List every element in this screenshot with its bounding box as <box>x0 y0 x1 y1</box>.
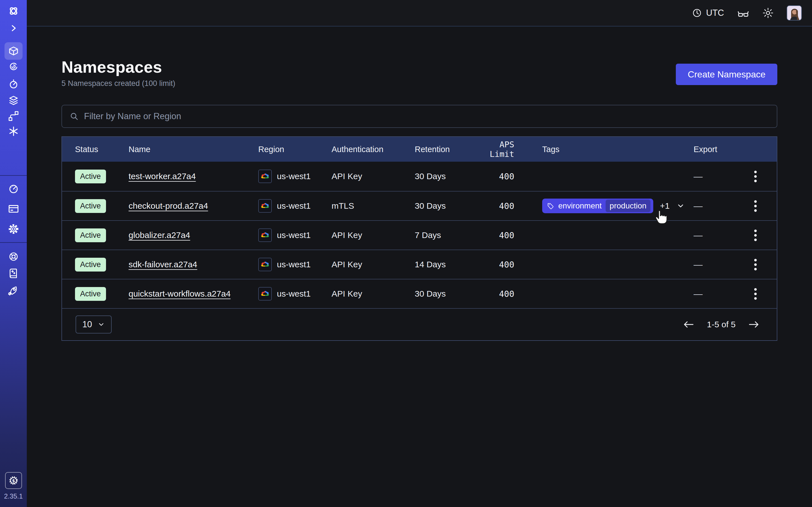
tags-more-count[interactable]: +1 <box>660 201 670 211</box>
row-menu-kebab-icon[interactable] <box>750 200 761 212</box>
region-label: us-west1 <box>277 172 311 181</box>
search-icon <box>69 112 79 121</box>
tag-pill[interactable]: environment production <box>542 199 653 213</box>
sidebar-item-schedules[interactable] <box>8 78 19 90</box>
region-label: us-west1 <box>277 260 311 269</box>
create-namespace-button[interactable]: Create Namespace <box>676 64 777 85</box>
table-row: Active globalizer.a27a4 us-west1 API Key… <box>62 220 777 249</box>
namespace-link[interactable]: globalizer.a27a4 <box>129 230 190 240</box>
namespaces-table: Status Name Region Authentication Retent… <box>61 136 777 341</box>
auth-value: mTLS <box>332 201 415 211</box>
glasses-icon <box>737 7 749 18</box>
export-value: — <box>694 201 749 211</box>
layers-icon <box>8 95 19 106</box>
sidebar-divider <box>0 175 27 176</box>
col-retention: Retention <box>415 145 479 154</box>
sidebar-item-workflows[interactable] <box>8 110 19 122</box>
region-label: us-west1 <box>277 201 311 211</box>
namespace-link[interactable]: test-worker.a27a4 <box>129 172 196 181</box>
chevron-down-icon <box>98 321 105 328</box>
auth-value: API Key <box>332 230 415 240</box>
sidebar-divider <box>0 242 27 243</box>
rocket-icon <box>7 285 20 297</box>
table-row: Active test-worker.a27a4 us-west1 API Ke… <box>62 162 777 191</box>
sidebar-item-docs[interactable] <box>8 268 19 279</box>
billing-card-icon <box>8 203 19 215</box>
sidebar-item-observability[interactable] <box>8 61 19 72</box>
gcp-region-icon <box>258 228 272 242</box>
table-pagination: 10 1-5 of 5 <box>62 308 777 340</box>
gcp-region-icon <box>258 170 272 183</box>
row-menu-kebab-icon[interactable] <box>750 288 761 300</box>
page-title: Namespaces <box>61 57 175 76</box>
tag-value: production <box>606 200 651 212</box>
sidebar-item-settings[interactable] <box>8 223 19 235</box>
sidebar-item-usage[interactable] <box>8 183 19 195</box>
table-header-row: Status Name Region Authentication Retent… <box>62 137 777 162</box>
table-row: Active checkout-prod.a27a4 us-west1 mTLS… <box>62 191 777 220</box>
page-size-value: 10 <box>82 320 92 330</box>
temporal-logo-icon[interactable] <box>7 4 20 17</box>
filter-input[interactable] <box>84 111 769 121</box>
sun-icon <box>762 7 774 18</box>
dollar-badge-icon: $ <box>8 475 19 486</box>
workflow-graph-icon <box>8 110 19 122</box>
retention-value: 7 Days <box>415 230 479 240</box>
status-badge: Active <box>75 228 106 242</box>
sidebar-item-batch[interactable] <box>8 126 19 137</box>
sidebar-item-billing[interactable] <box>8 203 19 215</box>
topbar: UTC <box>27 0 812 26</box>
theme-toggle[interactable] <box>762 7 774 18</box>
auth-value: API Key <box>332 260 415 269</box>
gcp-region-icon <box>258 287 272 300</box>
export-value: — <box>694 260 749 270</box>
sidebar-item-deployments[interactable] <box>8 95 19 106</box>
gear-icon <box>8 223 19 235</box>
avatar-image <box>787 6 802 20</box>
asterisk-icon <box>8 126 19 137</box>
table-row: Active sdk-failover.a27a4 us-west1 API K… <box>62 249 777 279</box>
col-region: Region <box>258 145 332 154</box>
retention-value: 14 Days <box>415 260 479 269</box>
export-value: — <box>694 171 749 182</box>
row-menu-kebab-icon[interactable] <box>750 230 761 241</box>
docs-book-icon <box>8 268 19 279</box>
namespace-link[interactable]: checkout-prod.a27a4 <box>129 201 208 210</box>
timezone-label: UTC <box>706 8 724 18</box>
user-avatar[interactable] <box>786 5 802 20</box>
next-page-button[interactable] <box>748 320 760 329</box>
prev-page-button[interactable] <box>682 320 695 329</box>
col-tags: Tags <box>514 145 694 154</box>
status-badge: Active <box>75 170 106 183</box>
aps-value: 400 <box>479 260 514 270</box>
namespace-link[interactable]: quickstart-workflows.a27a4 <box>129 289 231 298</box>
status-badge: Active <box>75 258 106 272</box>
col-aps-limit: APS Limit <box>479 140 514 159</box>
row-menu-kebab-icon[interactable] <box>750 259 761 270</box>
timezone-selector[interactable]: UTC <box>692 8 724 18</box>
auth-value: API Key <box>332 289 415 298</box>
pricing-button[interactable]: $ <box>5 472 22 489</box>
labs-toggle[interactable] <box>737 7 749 18</box>
tag-icon <box>547 202 554 210</box>
auth-value: API Key <box>332 172 415 181</box>
row-menu-kebab-icon[interactable] <box>750 171 761 182</box>
aps-value: 400 <box>479 230 514 240</box>
tags-expand-chevron-icon[interactable] <box>676 202 685 210</box>
aps-value: 400 <box>479 172 514 181</box>
namespace-link[interactable]: sdk-failover.a27a4 <box>129 260 197 269</box>
gauge-icon <box>8 183 19 195</box>
page-size-select[interactable]: 10 <box>75 316 112 334</box>
sidebar-expand-chevron-icon[interactable] <box>8 23 18 33</box>
cube-icon <box>8 45 19 57</box>
sidebar: $ 2.35.1 <box>0 0 27 507</box>
filter-searchbox[interactable] <box>61 105 777 128</box>
sidebar-item-support[interactable] <box>8 251 19 263</box>
main-content: Namespaces 5 Namespaces created (100 lim… <box>27 27 812 507</box>
region-label: us-west1 <box>277 230 311 240</box>
col-name: Name <box>129 145 258 154</box>
sidebar-item-getting-started[interactable] <box>7 285 20 297</box>
status-badge: Active <box>75 199 106 213</box>
col-authentication: Authentication <box>332 145 415 154</box>
sidebar-item-namespaces[interactable] <box>4 42 22 60</box>
